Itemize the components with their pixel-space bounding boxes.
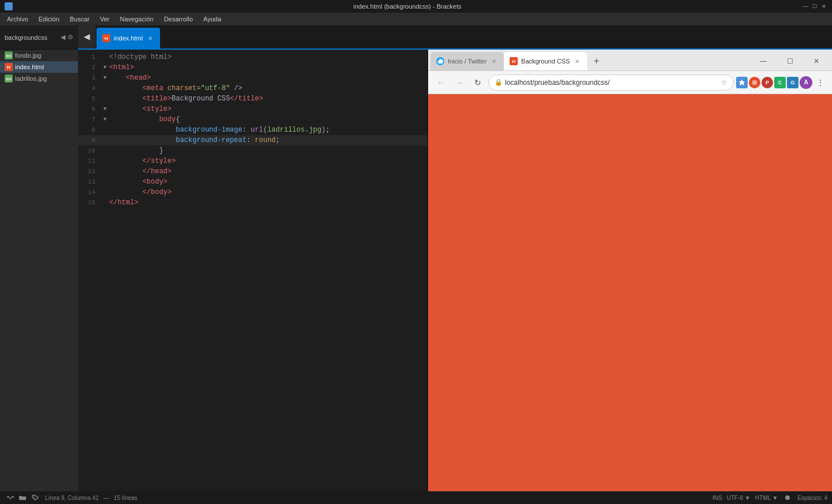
menu-archivo[interactable]: Archivo	[2, 14, 33, 24]
browser-content	[428, 94, 832, 491]
window-title: index.html (backgroundcss) - Brackets	[13, 3, 802, 10]
titlebar-left	[5, 2, 13, 10]
browser-extensions: P C G A ⋮	[736, 76, 827, 89]
ladrillos-filename: ladrillos.jpg	[15, 75, 47, 82]
fondo-icon	[5, 51, 13, 59]
fondo-filename: fondo.jpg	[15, 52, 41, 59]
browser-menu-button[interactable]: ⋮	[814, 76, 827, 89]
code-line-1: 1 <!doctype html>	[78, 52, 428, 62]
index-icon: H	[5, 63, 13, 71]
svg-point-9	[785, 495, 790, 500]
ext-icon-5[interactable]: G	[787, 77, 798, 88]
ext-icon-4[interactable]: C	[774, 77, 786, 88]
browser-close-button[interactable]: ✕	[803, 52, 830, 70]
app-body: backgroundcss ◀ ⚙ fondo.jpg H index.html…	[0, 25, 832, 491]
code-line-4: 4 <meta charset="utf-8" />	[78, 83, 428, 94]
window-controls: — ☐ ✕	[802, 3, 827, 10]
svg-rect-7	[752, 80, 757, 85]
tab-close-button[interactable]: ✕	[146, 34, 154, 42]
address-bar[interactable]: 🔒 localhost/pruebas/backgroundcss/ ☆	[488, 74, 734, 91]
menu-navegacion[interactable]: Navegación	[116, 14, 158, 24]
index-filename: index.html	[15, 64, 44, 70]
ext-icon-1[interactable]	[736, 77, 748, 88]
menu-ver[interactable]: Ver	[95, 14, 114, 24]
code-line-11: 11 </style>	[78, 156, 428, 166]
bgcss-favicon: H	[510, 57, 518, 65]
tab-bgcss-title: Background CSS	[521, 58, 570, 65]
statusbar-language[interactable]: HTML ▼	[755, 495, 778, 501]
minimize-button[interactable]: —	[802, 3, 809, 10]
code-editor[interactable]: 1 <!doctype html> 2 ▼ <html> 3 ▼ <head>	[78, 50, 428, 491]
code-line-14: 14 </body>	[78, 187, 428, 197]
sidebar-header-icons: ◀ ⚙	[61, 33, 73, 41]
titlebar: index.html (backgroundcss) - Brackets — …	[0, 0, 832, 13]
tabbar: ◀ H index.html ✕	[78, 25, 832, 50]
browser-maximize-button[interactable]: ☐	[777, 52, 803, 70]
twitter-favicon	[436, 57, 444, 65]
ext-icon-2[interactable]	[749, 77, 760, 88]
statusbar-icons-left	[5, 492, 40, 503]
statusbar-icon-folder[interactable]	[17, 492, 28, 503]
browser-chrome-top: Inicio / Twitter ✕ H Background CSS ✕ +	[428, 50, 832, 71]
code-line-2: 2 ▼ <html>	[78, 62, 428, 73]
tab-twitter-close[interactable]: ✕	[490, 57, 498, 65]
browser-minimize-button[interactable]: —	[750, 52, 777, 70]
statusbar-spaces[interactable]: Espacios: 4	[797, 495, 827, 501]
sidebar-item-index[interactable]: H index.html	[0, 61, 78, 73]
statusbar-right: INS UTF-8 ▼ HTML ▼ Espacios: 4	[712, 492, 827, 503]
code-line-10: 10 }	[78, 145, 428, 156]
sidebar-item-ladrillos[interactable]: ladrillos.jpg	[0, 73, 78, 84]
app-icon	[5, 2, 13, 10]
browser-tabrow-container: Inicio / Twitter ✕ H Background CSS ✕ +	[428, 50, 832, 70]
svg-point-2	[7, 55, 9, 57]
menu-buscar[interactable]: Buscar	[65, 14, 94, 24]
forward-button[interactable]: →	[451, 74, 467, 91]
tab-twitter-title: Inicio / Twitter	[448, 58, 486, 65]
menu-edicion[interactable]: Edición	[34, 14, 64, 24]
code-line-6: 6 ▼ <style>	[78, 104, 428, 114]
svg-point-8	[34, 496, 35, 498]
statusbar-lines: 15 líneas	[114, 495, 138, 501]
maximize-button[interactable]: ☐	[811, 3, 818, 10]
code-line-5: 5 <title>Background CSS</title>	[78, 94, 428, 104]
browser-window-controls: — ☐ ✕	[750, 52, 830, 70]
menu-ayuda[interactable]: Ayuda	[199, 14, 226, 24]
tab-index-html[interactable]: H index.html ✕	[96, 28, 160, 48]
statusbar-icon-tag[interactable]	[30, 492, 40, 503]
code-line-15: 15 </html>	[78, 197, 428, 208]
tab-bgcss-close[interactable]: ✕	[573, 57, 581, 65]
sidebar-item-fondo[interactable]: fondo.jpg	[0, 50, 78, 61]
close-button[interactable]: ✕	[820, 3, 827, 10]
back-button[interactable]: ←	[433, 74, 449, 91]
editor-browser-area: 1 <!doctype html> 2 ▼ <html> 3 ▼ <head>	[78, 50, 832, 491]
sidebar-project-name: backgroundcss	[5, 34, 57, 41]
statusbar-live-preview-icon[interactable]	[782, 492, 793, 503]
right-panel: ◀ H index.html ✕ 1 <!doctype html>	[78, 25, 832, 491]
tab-label: index.html	[114, 35, 143, 42]
sidebar: backgroundcss ◀ ⚙ fondo.jpg H index.html…	[0, 25, 78, 491]
statusbar-separator: —	[103, 495, 109, 501]
star-icon[interactable]: ☆	[720, 78, 727, 87]
code-line-13: 13 <body>	[78, 177, 428, 187]
code-line-9: 9 background-repeat: round;	[78, 135, 428, 145]
sidebar-collapse-icon[interactable]: ◀	[61, 33, 65, 41]
ext-icon-3[interactable]: P	[762, 77, 773, 88]
tab-back-button[interactable]: ◀	[78, 24, 96, 48]
sidebar-settings-icon[interactable]: ⚙	[68, 33, 73, 41]
statusbar-position: Línea 9, Columna 41	[45, 495, 99, 501]
browser-tab-twitter[interactable]: Inicio / Twitter ✕	[430, 52, 504, 70]
menubar: Archivo Edición Buscar Ver Navegación De…	[0, 13, 832, 25]
browser-tab-bgcss[interactable]: H Background CSS ✕	[504, 52, 587, 70]
lock-icon: 🔒	[495, 79, 503, 86]
browser-toolbar: ← → ↻ 🔒 localhost/pruebas/backgroundcss/…	[428, 71, 832, 94]
address-url: localhost/pruebas/backgroundcss/	[505, 79, 718, 87]
statusbar-icon-wave[interactable]	[5, 492, 15, 503]
menu-desarrollo[interactable]: Desarrollo	[159, 14, 198, 24]
refresh-button[interactable]: ↻	[470, 74, 486, 91]
code-line-12: 12 </head>	[78, 166, 428, 177]
svg-point-5	[7, 79, 9, 80]
ext-icon-avatar[interactable]: A	[800, 76, 812, 89]
statusbar-encoding[interactable]: UTF-8 ▼	[727, 495, 751, 501]
statusbar-mode[interactable]: INS	[712, 495, 722, 501]
new-tab-button[interactable]: +	[588, 53, 604, 69]
